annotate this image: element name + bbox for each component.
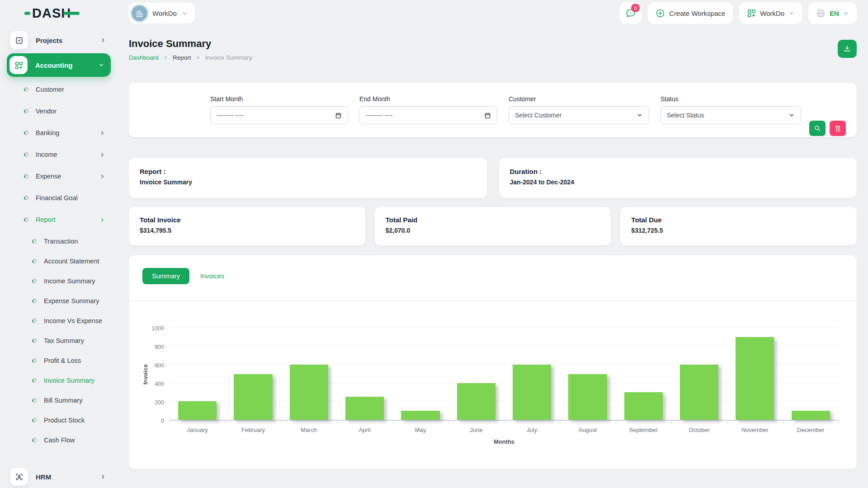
stat-value: $314,795.5 xyxy=(140,227,354,234)
sidebar-subitem[interactable]: Bill Summary xyxy=(7,390,111,410)
building-icon xyxy=(135,9,144,18)
status-field: Status Select Status xyxy=(660,95,801,124)
x-tick-label: March xyxy=(281,427,337,433)
sidebar-subitem[interactable]: Financial Goal xyxy=(7,187,111,209)
sidebar-subitem[interactable]: Vendor xyxy=(7,100,111,122)
chevron-down-icon xyxy=(788,112,795,118)
search-button[interactable] xyxy=(809,121,826,136)
sidebar-subitem[interactable]: Tax Summary xyxy=(7,331,111,351)
calendar-icon[interactable] xyxy=(335,112,342,119)
end-month-label: End Month xyxy=(359,95,497,103)
accounting-icon xyxy=(9,56,28,74)
x-tick-label: December xyxy=(783,427,839,433)
sidebar-subitem[interactable]: Expense xyxy=(7,165,111,187)
grid-plus-icon xyxy=(747,9,756,18)
breadcrumb-report[interactable]: Report xyxy=(173,54,191,61)
start-month-field: Start Month -------- ---- xyxy=(210,95,348,124)
report-info-card: Report : Invoice Summary xyxy=(129,158,487,198)
x-axis-tick xyxy=(671,421,672,423)
sidebar-subitem[interactable]: Product Stock xyxy=(7,410,111,430)
sidebar-subitem[interactable]: Transaction xyxy=(7,231,111,251)
invoice-bar-chart: Invoice 02004006008001000 JanuaryFebruar… xyxy=(129,301,857,445)
start-month-label: Start Month xyxy=(210,95,348,103)
x-axis-tick xyxy=(560,421,560,423)
x-axis-labels: JanuaryFebruaryMarchAprilMayJuneJulyAugu… xyxy=(170,427,839,433)
stat-card: Total Paid $2,070.0 xyxy=(375,207,611,245)
sidebar-item-projects[interactable]: Projects xyxy=(7,30,111,51)
bullet-icon xyxy=(32,299,37,303)
status-select[interactable]: Select Status xyxy=(660,106,801,124)
x-axis-tick xyxy=(392,421,393,423)
tab-summary[interactable]: Summary xyxy=(142,268,189,284)
sidebar-subitem[interactable]: Cash Flow xyxy=(7,430,111,450)
logo-bar-accent xyxy=(63,12,80,15)
sidebar-subitem[interactable]: Customer xyxy=(7,79,111,100)
sidebar-subitem[interactable]: Income Summary xyxy=(7,271,111,291)
chevron-right-icon xyxy=(100,474,106,480)
page-title: Invoice Summary xyxy=(129,38,252,50)
y-tick-label: 600 xyxy=(155,362,164,369)
chevron-right-icon xyxy=(99,130,105,136)
sidebar-subitem[interactable]: Report xyxy=(7,209,111,230)
create-workspace-button[interactable]: Create Workspace xyxy=(648,2,733,24)
sidebar-item-hrm[interactable]: HRM xyxy=(7,466,111,487)
chevron-down-icon xyxy=(637,112,643,118)
chevron-right-icon xyxy=(99,152,105,158)
bullet-icon xyxy=(32,279,37,283)
bullet-icon xyxy=(32,338,37,343)
bullet-icon xyxy=(32,378,37,383)
breadcrumb-dashboard[interactable]: Dashboard xyxy=(129,54,159,61)
globe-icon xyxy=(816,9,826,18)
dash-logo[interactable]: DASH xyxy=(24,7,80,20)
chevron-right-icon xyxy=(100,37,106,43)
accounting-submenu: Customer Vendor Banking xyxy=(7,79,111,230)
start-month-input[interactable]: -------- ---- xyxy=(210,106,348,124)
language-selector[interactable]: EN xyxy=(808,2,857,24)
customer-selected-value: Select Customer xyxy=(515,112,561,119)
end-month-input[interactable]: -------- ---- xyxy=(359,106,497,124)
sidebar-item-accounting[interactable]: Accounting xyxy=(7,53,111,77)
stat-card: Total Due $312,725.5 xyxy=(620,207,857,245)
sidebar-subitem[interactable]: Profit & Loss xyxy=(7,351,111,371)
x-axis-tick xyxy=(225,421,226,423)
bullet-icon xyxy=(32,438,37,442)
y-tick-label: 400 xyxy=(155,381,164,387)
language-label: EN xyxy=(830,9,839,17)
x-axis-tick xyxy=(170,421,170,423)
workspace-switcher[interactable]: WorkDo xyxy=(129,3,195,23)
y-tick-label: 800 xyxy=(155,344,164,350)
end-month-value: -------- ---- xyxy=(366,112,393,119)
bar-may xyxy=(401,411,439,420)
workdo-menu-label: WorkDo xyxy=(760,9,784,17)
x-tick-label: November xyxy=(727,427,783,433)
sidebar-subitem[interactable]: Income xyxy=(7,144,111,165)
bar-january xyxy=(178,401,217,420)
bar-december xyxy=(792,411,830,420)
tab-invoices[interactable]: Invoices xyxy=(200,272,224,280)
reset-filter-button[interactable] xyxy=(830,121,846,136)
bar-august xyxy=(568,374,607,420)
logo-block: DASH xyxy=(0,7,118,20)
breadcrumb: Dashboard Report Invoice Summary xyxy=(129,54,252,61)
x-axis-tick xyxy=(727,421,727,423)
bullet-icon xyxy=(24,87,28,92)
sidebar-subitem[interactable]: Account Statement xyxy=(7,251,111,271)
download-button[interactable] xyxy=(838,40,857,58)
chevron-down-icon xyxy=(182,10,188,16)
sidebar-subitem[interactable]: Income Vs Expense xyxy=(7,311,111,331)
calendar-icon[interactable] xyxy=(484,112,491,119)
bullet-icon xyxy=(32,319,37,323)
messages-badge: 0 xyxy=(631,4,640,12)
messages-button[interactable]: 0 xyxy=(620,2,642,24)
sidebar-subitem[interactable]: Banking xyxy=(7,122,111,144)
x-tick-label: August xyxy=(560,427,615,433)
topbar: DASH WorkDo xyxy=(0,0,868,26)
chart-plot xyxy=(170,328,839,421)
x-tick-label: May xyxy=(392,427,448,433)
workdo-menu-button[interactable]: WorkDo xyxy=(739,2,802,24)
customer-label: Customer xyxy=(509,95,649,103)
sidebar-subitem[interactable]: Invoice Summary xyxy=(7,371,111,390)
sidebar-item-label: Accounting xyxy=(35,61,98,69)
sidebar-subitem[interactable]: Expense Summary xyxy=(7,291,111,311)
customer-select[interactable]: Select Customer xyxy=(509,106,649,124)
